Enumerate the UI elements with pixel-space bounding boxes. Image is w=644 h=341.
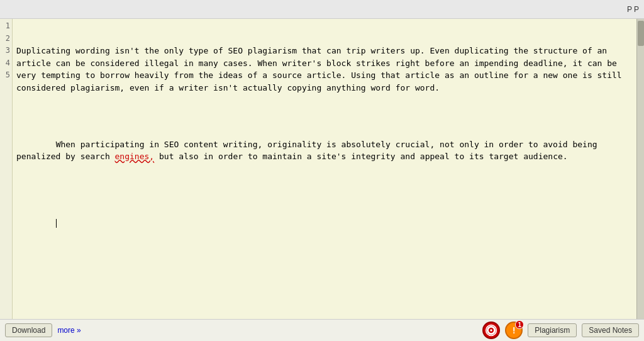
more-link[interactable]: more » [57, 326, 80, 335]
line-number-4: 4 [6, 57, 10, 70]
notification-badge: 1 [515, 320, 524, 329]
text-cursor [56, 219, 57, 228]
line-number-1: 1 [6, 20, 10, 33]
cursor-line [16, 204, 633, 216]
target-icon-button[interactable] [482, 321, 500, 339]
line-numbers: 1 2 3 4 5 [0, 19, 13, 319]
saved-notes-button[interactable]: Saved Notes [582, 323, 639, 337]
scrollbar-thumb[interactable] [638, 21, 644, 46]
top-bar-text: P P [627, 5, 639, 14]
line-number-5: 5 [6, 69, 10, 82]
svg-point-2 [491, 329, 492, 331]
scrollbar[interactable] [636, 19, 644, 319]
main-area: 1 2 3 4 5 Duplicating wording isn't the … [0, 19, 644, 319]
editor-area[interactable]: Duplicating wording isn't the only type … [13, 19, 636, 319]
line-number-3: 3 [6, 45, 10, 57]
paragraph2-post: but also in order to maintain a site's i… [154, 152, 567, 161]
top-bar: P P [0, 0, 644, 19]
paragraph-1: Duplicating wording isn't the only type … [16, 45, 633, 94]
paragraph2-highlight: engines, [115, 152, 155, 161]
download-button[interactable]: Download [5, 323, 52, 337]
plagiarism-button[interactable]: Plagiarism [528, 323, 577, 337]
notification-icon-button[interactable]: ! 1 [505, 321, 523, 339]
svg-point-0 [486, 325, 497, 336]
bottom-right-controls: ! 1 Plagiarism Saved Notes [482, 321, 639, 339]
svg-point-1 [488, 327, 494, 333]
bottom-bar: Download more » ! 1 Plagiarism Saved Not… [0, 319, 644, 341]
editor-content: Duplicating wording isn't the only type … [16, 20, 633, 240]
target-svg [485, 324, 497, 337]
paragraph-2: When participating in SEO content writin… [16, 126, 633, 175]
line-number-2: 2 [6, 33, 10, 45]
